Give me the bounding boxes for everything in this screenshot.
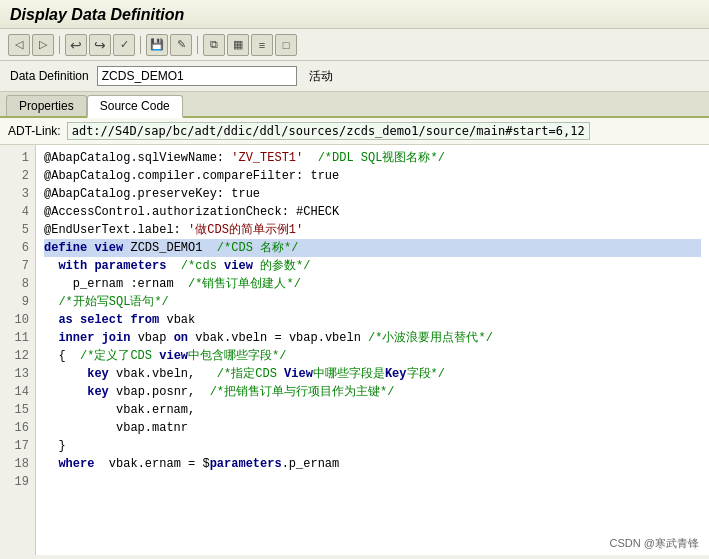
line-number: 18 bbox=[0, 455, 35, 473]
title-bar: Display Data Definition bbox=[0, 0, 709, 29]
line-number: 17 bbox=[0, 437, 35, 455]
tab-properties[interactable]: Properties bbox=[6, 95, 87, 116]
code-line: { /*定义了CDS view中包含哪些字段*/ bbox=[44, 347, 701, 365]
page-title: Display Data Definition bbox=[10, 6, 699, 24]
line-numbers: 12345678910111213141516171819 bbox=[0, 145, 36, 555]
code-container: 12345678910111213141516171819 @AbapCatal… bbox=[0, 145, 709, 555]
sep2 bbox=[140, 36, 141, 54]
copy-button[interactable]: ⧉ bbox=[203, 34, 225, 56]
code-line: with parameters /*cds view 的参数*/ bbox=[44, 257, 701, 275]
compare-button[interactable]: ▦ bbox=[227, 34, 249, 56]
code-line: /*开始写SQL语句*/ bbox=[44, 293, 701, 311]
line-number: 12 bbox=[0, 347, 35, 365]
line-number: 19 bbox=[0, 473, 35, 491]
line-number: 9 bbox=[0, 293, 35, 311]
code-line: p_ernam :ernam /*销售订单创建人*/ bbox=[44, 275, 701, 293]
adt-row: ADT-Link: adt://S4D/sap/bc/adt/ddic/ddl/… bbox=[0, 118, 709, 145]
code-line: @AccessControl.authorizationCheck: #CHEC… bbox=[44, 203, 701, 221]
data-definition-row: Data Definition 活动 bbox=[0, 61, 709, 92]
tabs: Properties Source Code bbox=[0, 92, 709, 118]
line-number: 13 bbox=[0, 365, 35, 383]
line-number: 1 bbox=[0, 149, 35, 167]
code-line: } bbox=[44, 437, 701, 455]
data-def-input[interactable] bbox=[97, 66, 297, 86]
code-line: as select from vbak bbox=[44, 311, 701, 329]
code-content[interactable]: @AbapCatalog.sqlViewName: 'ZV_TEST1' /*D… bbox=[36, 145, 709, 555]
line-number: 4 bbox=[0, 203, 35, 221]
code-line: @AbapCatalog.preserveKey: true bbox=[44, 185, 701, 203]
status-badge: 活动 bbox=[309, 68, 333, 85]
adt-value: adt://S4D/sap/bc/adt/ddic/ddl/sources/zc… bbox=[67, 122, 590, 140]
code-line: define view ZCDS_DEMO1 /*CDS 名称*/ bbox=[44, 239, 701, 257]
line-number: 16 bbox=[0, 419, 35, 437]
code-line: vbak.ernam, bbox=[44, 401, 701, 419]
code-line: vbap.matnr bbox=[44, 419, 701, 437]
line-number: 15 bbox=[0, 401, 35, 419]
code-line: where vbak.ernam = $parameters.p_ernam bbox=[44, 455, 701, 473]
toolbar: ◁ ▷ ↩ ↪ ✓ 💾 ✎ ⧉ ▦ ≡ □ bbox=[0, 29, 709, 61]
line-number: 3 bbox=[0, 185, 35, 203]
sep1 bbox=[59, 36, 60, 54]
watermark: CSDN @寒武青锋 bbox=[610, 536, 699, 551]
code-line: key vbap.posnr, /*把销售订单与行项目作为主键*/ bbox=[44, 383, 701, 401]
code-line: @EndUserText.label: '做CDS的简单示例1' bbox=[44, 221, 701, 239]
code-line: @AbapCatalog.compiler.compareFilter: tru… bbox=[44, 167, 701, 185]
line-number: 5 bbox=[0, 221, 35, 239]
back-button[interactable]: ◁ bbox=[8, 34, 30, 56]
undo-button[interactable]: ↩ bbox=[65, 34, 87, 56]
line-number: 6 bbox=[0, 239, 35, 257]
sep3 bbox=[197, 36, 198, 54]
line-number: 7 bbox=[0, 257, 35, 275]
list-button[interactable]: ≡ bbox=[251, 34, 273, 56]
window-button[interactable]: □ bbox=[275, 34, 297, 56]
data-def-label: Data Definition bbox=[10, 69, 89, 83]
redo-button[interactable]: ↪ bbox=[89, 34, 111, 56]
line-number: 8 bbox=[0, 275, 35, 293]
save-button[interactable]: 💾 bbox=[146, 34, 168, 56]
line-number: 14 bbox=[0, 383, 35, 401]
adt-label: ADT-Link: bbox=[8, 124, 61, 138]
code-line: key vbak.vbeln, /*指定CDS View中哪些字段是Key字段*… bbox=[44, 365, 701, 383]
check-button[interactable]: ✓ bbox=[113, 34, 135, 56]
code-line: inner join vbap on vbak.vbeln = vbap.vbe… bbox=[44, 329, 701, 347]
line-number: 10 bbox=[0, 311, 35, 329]
code-line: @AbapCatalog.sqlViewName: 'ZV_TEST1' /*D… bbox=[44, 149, 701, 167]
tab-source-code[interactable]: Source Code bbox=[87, 95, 183, 118]
edit-button[interactable]: ✎ bbox=[170, 34, 192, 56]
line-number: 11 bbox=[0, 329, 35, 347]
forward-button[interactable]: ▷ bbox=[32, 34, 54, 56]
line-number: 2 bbox=[0, 167, 35, 185]
